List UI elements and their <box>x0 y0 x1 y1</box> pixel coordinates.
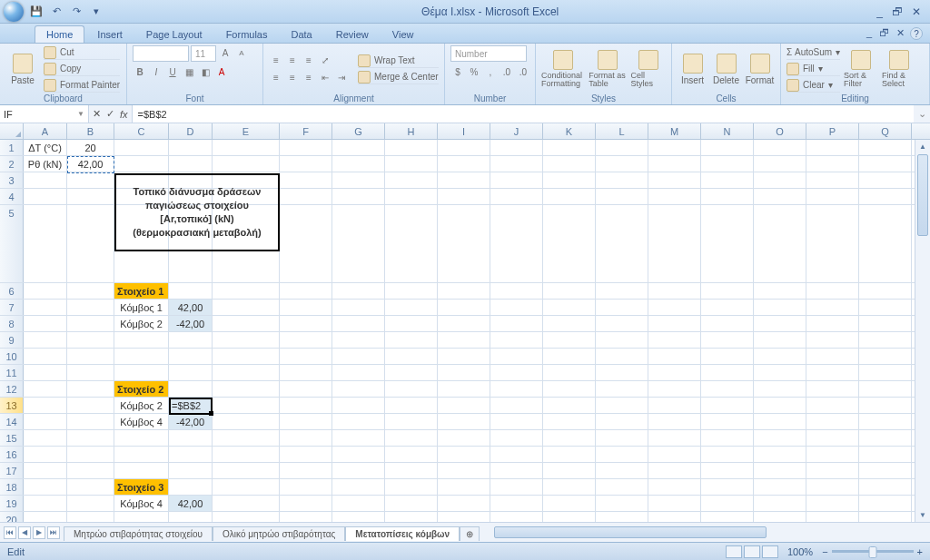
cell-O3[interactable] <box>754 172 806 188</box>
cell-A6[interactable] <box>24 283 67 299</box>
cell-A13[interactable] <box>24 398 67 413</box>
cell-N6[interactable] <box>701 283 754 299</box>
cell-E6[interactable] <box>213 283 280 299</box>
cell-B20[interactable] <box>67 512 114 522</box>
cell-P18[interactable] <box>806 479 859 495</box>
cell-C9[interactable] <box>114 332 169 348</box>
cell-K17[interactable] <box>543 463 596 478</box>
cell-C20[interactable] <box>114 512 169 522</box>
cell-A2[interactable]: Pθ (kN) <box>24 156 67 172</box>
cell-I3[interactable] <box>438 172 490 188</box>
row-header-14[interactable]: 14 <box>0 414 24 429</box>
cell-I17[interactable] <box>438 463 490 478</box>
format-cells-button[interactable]: Format <box>745 54 775 85</box>
cell-E19[interactable] <box>213 496 280 511</box>
restore-button[interactable]: 🗗 <box>892 5 903 18</box>
cell-Q9[interactable] <box>859 332 912 348</box>
cell-N13[interactable] <box>701 398 754 413</box>
cell-O5[interactable] <box>754 205 806 282</box>
cell-E17[interactable] <box>213 463 280 478</box>
row-header-9[interactable]: 9 <box>0 332 24 348</box>
zoom-level[interactable]: 100% <box>787 546 813 557</box>
cell-N20[interactable] <box>701 512 754 522</box>
cell-K7[interactable] <box>543 300 596 315</box>
cell-B4[interactable] <box>67 189 114 204</box>
cell-H8[interactable] <box>385 316 438 331</box>
cell-K13[interactable] <box>543 398 596 413</box>
cell-B2[interactable]: 42,00 <box>67 156 114 172</box>
column-header-B[interactable]: B <box>67 123 114 139</box>
cell-B7[interactable] <box>67 300 114 315</box>
cell-O4[interactable] <box>754 189 806 204</box>
cell-I18[interactable] <box>438 479 490 495</box>
cell-F13[interactable] <box>280 398 332 413</box>
wrap-text-button[interactable]: Wrap Text <box>358 54 439 68</box>
cell-D2[interactable] <box>169 156 213 172</box>
currency-button[interactable]: $ <box>450 64 465 79</box>
cell-G8[interactable] <box>332 316 385 331</box>
zoom-out-button[interactable]: − <box>822 546 827 557</box>
cell-K10[interactable] <box>543 349 596 364</box>
grow-font-button[interactable]: A <box>218 45 232 60</box>
decrease-decimal-button[interactable]: .0 <box>516 64 530 79</box>
cell-K3[interactable] <box>543 172 596 188</box>
cell-C11[interactable] <box>114 365 169 380</box>
cell-J2[interactable] <box>490 156 543 172</box>
paste-button[interactable]: Paste <box>5 54 40 85</box>
insert-cells-button[interactable]: Insert <box>678 54 707 85</box>
vscroll-thumb[interactable] <box>917 154 928 236</box>
cell-B6[interactable] <box>67 283 114 299</box>
hscroll-thumb[interactable] <box>494 526 767 538</box>
help-button[interactable]: ? <box>910 27 923 40</box>
cell-G12[interactable] <box>332 381 385 397</box>
cell-P15[interactable] <box>806 430 859 446</box>
cell-L1[interactable] <box>596 140 648 155</box>
cell-B9[interactable] <box>67 332 114 348</box>
cell-E16[interactable] <box>213 447 280 462</box>
cell-Q3[interactable] <box>859 172 912 188</box>
cell-D4[interactable] <box>169 189 213 204</box>
cell-A19[interactable] <box>24 496 67 511</box>
format-painter-button[interactable]: Format Painter <box>44 78 120 93</box>
cell-F15[interactable] <box>280 430 332 446</box>
comma-button[interactable]: , <box>483 64 498 79</box>
cell-D3[interactable] <box>169 172 213 188</box>
increase-indent-button[interactable]: ⇥ <box>334 71 349 85</box>
cell-O18[interactable] <box>754 479 806 495</box>
tab-home[interactable]: Home <box>35 25 84 43</box>
cell-E9[interactable] <box>213 332 280 348</box>
cell-F18[interactable] <box>280 479 332 495</box>
cell-J1[interactable] <box>490 140 543 155</box>
cell-C1[interactable] <box>114 140 169 155</box>
prev-sheet-button[interactable]: ◀ <box>18 526 31 539</box>
cell-I6[interactable] <box>438 283 490 299</box>
cell-P17[interactable] <box>806 463 859 478</box>
cell-C13[interactable]: Κόμβος 2 <box>114 398 169 413</box>
cell-Q12[interactable] <box>859 381 912 397</box>
horizontal-scrollbar[interactable] <box>480 525 930 540</box>
tab-formulas[interactable]: Formulas <box>215 26 279 43</box>
cell-B11[interactable] <box>67 365 114 380</box>
subwin-close-button[interactable]: ✕ <box>896 27 905 39</box>
cell-C18[interactable]: Στοιχείο 3 <box>114 479 169 495</box>
cell-L19[interactable] <box>596 496 648 511</box>
cell-L20[interactable] <box>596 512 648 522</box>
cell-E5[interactable] <box>213 205 280 282</box>
cell-D19[interactable]: 42,00 <box>169 496 213 511</box>
number-format-select[interactable]: Number <box>450 45 527 62</box>
percent-button[interactable]: % <box>467 64 481 79</box>
cell-H6[interactable] <box>385 283 438 299</box>
cut-button[interactable]: Cut <box>44 45 120 60</box>
cell-D11[interactable] <box>169 365 213 380</box>
enter-formula-button[interactable]: ✓ <box>106 108 114 120</box>
cell-G3[interactable] <box>332 172 385 188</box>
cell-A11[interactable] <box>24 365 67 380</box>
cell-B12[interactable] <box>67 381 114 397</box>
cell-styles-button[interactable]: Cell Styles <box>631 50 667 88</box>
cell-M15[interactable] <box>648 430 701 446</box>
cell-H1[interactable] <box>385 140 438 155</box>
cell-O10[interactable] <box>754 349 806 364</box>
cell-E18[interactable] <box>213 479 280 495</box>
cell-G17[interactable] <box>332 463 385 478</box>
cancel-formula-button[interactable]: ✕ <box>93 108 101 120</box>
